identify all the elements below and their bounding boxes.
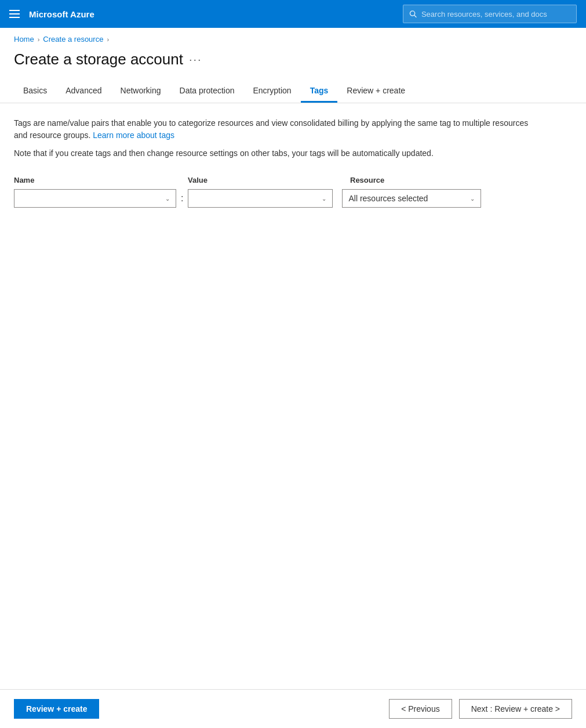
tab-basics[interactable]: Basics	[14, 80, 56, 103]
tab-tags[interactable]: Tags	[301, 80, 338, 103]
tags-header-resource: Resource	[350, 176, 384, 184]
page-title: Create a storage account	[14, 50, 183, 68]
content-area: Tags are name/value pairs that enable yo…	[0, 103, 586, 689]
tag-value-dropdown[interactable]: ⌄	[188, 189, 333, 208]
search-icon	[409, 10, 417, 18]
description-text: Tags are name/value pairs that enable yo…	[14, 117, 536, 142]
note-text: Note that if you create tags and then ch…	[14, 147, 512, 160]
breadcrumb-home[interactable]: Home	[14, 35, 34, 44]
tags-header-name: Name	[14, 176, 176, 184]
search-bar[interactable]	[403, 5, 577, 23]
search-input[interactable]	[421, 10, 570, 19]
colon-separator: :	[181, 193, 183, 204]
review-create-button[interactable]: Review + create	[14, 699, 99, 719]
tags-table: Name Value Resource ⌄ : ⌄ All resources …	[14, 176, 547, 208]
resource-dropdown[interactable]: All resources selected ⌄	[342, 189, 481, 208]
description-main: Tags are name/value pairs that enable yo…	[14, 118, 528, 140]
tag-name-dropdown[interactable]: ⌄	[14, 189, 176, 208]
page-title-row: Create a storage account ···	[0, 46, 586, 68]
tags-input-row: ⌄ : ⌄ All resources selected ⌄	[14, 189, 547, 208]
footer: Review + create < Previous Next : Review…	[0, 689, 586, 728]
tab-encryption[interactable]: Encryption	[244, 80, 301, 103]
tab-advanced[interactable]: Advanced	[56, 80, 111, 103]
tags-header-row: Name Value Resource	[14, 176, 547, 184]
page-title-menu[interactable]: ···	[189, 53, 202, 66]
tag-name-chevron-icon: ⌄	[165, 195, 170, 202]
breadcrumb-create-resource[interactable]: Create a resource	[43, 35, 103, 44]
resource-chevron-icon: ⌄	[470, 195, 475, 202]
tags-header-value: Value	[188, 176, 339, 184]
hamburger-menu-icon[interactable]	[9, 10, 20, 18]
main-container: Home › Create a resource › Create a stor…	[0, 28, 586, 728]
svg-line-1	[414, 15, 416, 17]
resource-dropdown-value: All resources selected	[348, 194, 428, 203]
learn-more-link[interactable]: Learn more about tags	[93, 131, 174, 140]
tab-review-create[interactable]: Review + create	[337, 80, 414, 103]
previous-button[interactable]: < Previous	[389, 699, 452, 719]
breadcrumb-separator-2: ›	[107, 36, 109, 43]
topnav: Microsoft Azure	[0, 0, 586, 28]
azure-logo: Microsoft Azure	[29, 9, 94, 19]
tabs-bar: Basics Advanced Networking Data protecti…	[0, 68, 586, 103]
next-button[interactable]: Next : Review + create >	[459, 699, 572, 719]
tab-networking[interactable]: Networking	[111, 80, 170, 103]
tab-data-protection[interactable]: Data protection	[170, 80, 244, 103]
breadcrumb: Home › Create a resource ›	[0, 28, 586, 46]
tag-value-chevron-icon: ⌄	[322, 195, 326, 202]
breadcrumb-separator-1: ›	[38, 36, 40, 43]
